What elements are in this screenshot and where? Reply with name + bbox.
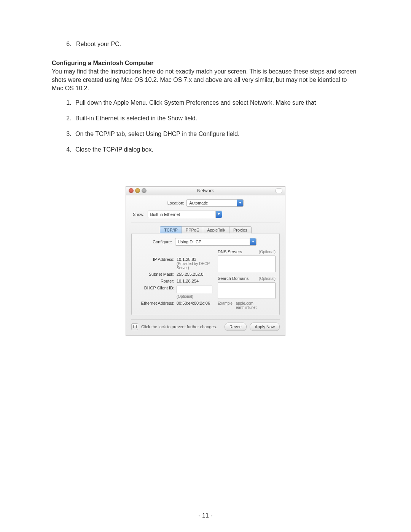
tab-bar: TCP/IP PPPoE AppleTalk Proxies (131, 226, 280, 233)
window-footer: Click the lock to prevent further change… (131, 319, 280, 331)
tab-proxies[interactable]: Proxies (229, 226, 252, 233)
location-label: Location: (167, 201, 185, 205)
configure-value: Using DHCP (178, 240, 201, 244)
lock-icon[interactable] (131, 323, 138, 330)
mac-step-3: On the TCP/IP tab, select Using DHCP in … (73, 129, 359, 138)
revert-button[interactable]: Revert (225, 323, 247, 331)
search-label: Search Domains (218, 276, 249, 281)
router-label: Router: (135, 279, 177, 283)
subnet-row: Subnet Mask: 255.255.252.0 (135, 272, 212, 276)
lock-text: Click the lock to prevent further change… (141, 324, 221, 329)
search-optional: (Optional) (259, 276, 276, 281)
tab-appletalk[interactable]: AppleTalk (203, 226, 229, 233)
dns-textarea[interactable] (218, 256, 276, 272)
example-1: apple.com (236, 301, 256, 305)
tcpip-right-col: DNS Servers (Optional) Search Domains (O… (218, 249, 276, 310)
router-row: Router: 10.1.28.254 (135, 279, 212, 283)
dns-label: DNS Servers (218, 249, 242, 254)
location-value: Automatic (189, 201, 208, 205)
chevron-down-icon (250, 238, 256, 245)
configure-select[interactable]: Using DHCP (175, 238, 256, 246)
mac-step-2: Built-in Ethernet is selected in the Sho… (73, 114, 359, 123)
ip-sub: (Provided by DHCP Server) (177, 262, 212, 270)
mac-steps-list: Pull down the Apple Menu. Click System P… (52, 98, 359, 154)
page-number: - 11 - (0, 512, 411, 519)
window-content: Location: Automatic Show: Built-in Ether… (126, 195, 285, 335)
document-page: Reboot your PC. Configuring a Macintosh … (0, 0, 411, 532)
example-2: earthlink.net (236, 305, 256, 310)
eth-label: Ethernet Address: (135, 301, 177, 305)
mac-step-1: Pull down the Apple Menu. Click System P… (73, 98, 359, 107)
divider (131, 222, 280, 222)
tcpip-left-col: IP Address: 10.1.28.83 (Provided by DHCP… (135, 249, 212, 310)
chevron-down-icon (215, 211, 222, 218)
dns-header: DNS Servers (Optional) (218, 249, 276, 254)
prior-step-list: Reboot your PC. (52, 40, 359, 48)
show-select[interactable]: Built-in Ethernet (148, 211, 222, 218)
section-paragraph: You may find that the instructions here … (52, 67, 359, 93)
tab-tcpip[interactable]: TCP/IP (160, 226, 182, 233)
subnet-label: Subnet Mask: (135, 272, 177, 276)
dhcp-sub: (Optional) (177, 294, 212, 299)
show-row: Show: Built-in Ethernet (133, 211, 280, 218)
configure-label: Configure: (135, 240, 172, 244)
dns-optional: (Optional) (259, 250, 276, 254)
step-6-text: Reboot your PC. (76, 41, 121, 47)
mac-step-4: Close the TCP/IP dialog box. (73, 145, 359, 154)
window-titlebar: Network (126, 187, 285, 195)
apply-now-button[interactable]: Apply Now (250, 323, 280, 331)
section-heading: Configuring a Macintosh Computer (52, 60, 359, 67)
step-6: Reboot your PC. (73, 40, 359, 48)
tcpip-grid: IP Address: 10.1.28.83 (Provided by DHCP… (135, 249, 276, 310)
subnet-value: 255.255.252.0 (177, 272, 212, 276)
location-select[interactable]: Automatic (186, 199, 244, 207)
toolbar-pill-icon[interactable] (276, 189, 282, 193)
show-label: Show: (133, 212, 145, 217)
configure-row: Configure: Using DHCP (135, 238, 276, 246)
ip-row: IP Address: 10.1.28.83 (Provided by DHCP… (135, 257, 212, 270)
dhcp-label: DHCP Client ID: (135, 286, 177, 290)
show-value: Built-in Ethernet (150, 212, 180, 217)
chevron-down-icon (237, 200, 243, 206)
screenshot-wrap: Network Location: Automatic Show: Built-… (52, 186, 359, 336)
ip-label: IP Address: (135, 257, 177, 262)
dhcp-row: DHCP Client ID: (Optional) (135, 286, 212, 299)
location-row: Location: Automatic (131, 199, 280, 207)
search-header: Search Domains (Optional) (218, 276, 276, 281)
tab-pppoe[interactable]: PPPoE (182, 226, 203, 233)
router-value: 10.1.28.254 (177, 279, 212, 283)
dhcp-client-id-input[interactable] (177, 286, 212, 293)
tcpip-pane: Configure: Using DHCP IP Address: (131, 233, 280, 315)
example-label: Example: (218, 301, 234, 310)
example-row: Example: apple.com earthlink.net (218, 301, 276, 310)
search-textarea[interactable] (218, 282, 276, 299)
eth-row: Ethernet Address: 00:50:e4:00:2c:06 (135, 301, 212, 305)
eth-value: 00:50:e4:00:2c:06 (177, 301, 212, 305)
window-title: Network (126, 188, 285, 193)
network-window: Network Location: Automatic Show: Built-… (126, 186, 285, 336)
footer-buttons: Revert Apply Now (225, 323, 280, 331)
ip-value: 10.1.28.83 (177, 257, 212, 262)
